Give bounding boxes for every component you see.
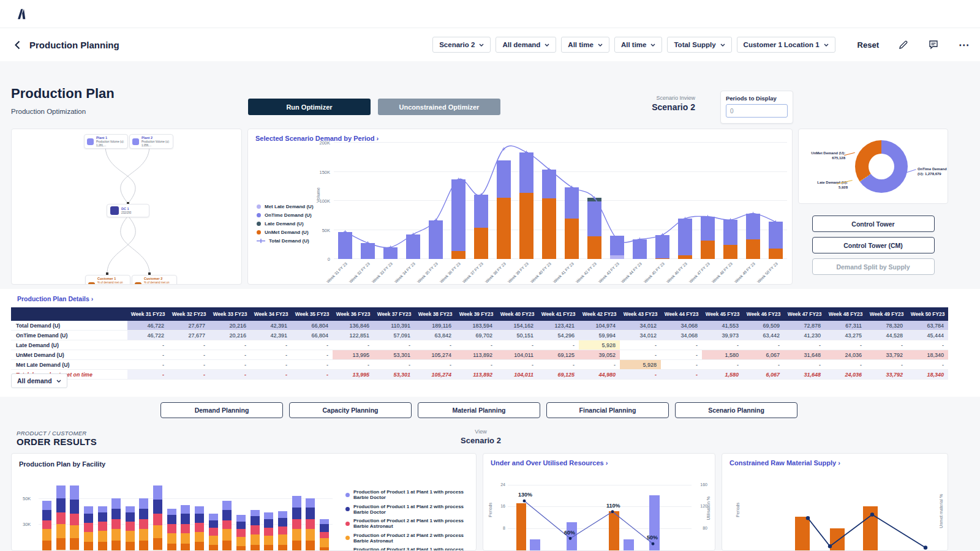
filter-chip-total-supply[interactable]: Total Supply: [667, 37, 731, 53]
table-cell: 63,784: [907, 321, 948, 331]
periods-to-display-input[interactable]: [726, 104, 788, 118]
right-axis-label: Utilisation %: [706, 497, 710, 520]
y-tick-right: 80: [703, 526, 707, 530]
legend-item: UnMet Demand (U): [257, 230, 314, 235]
network-node-plant-2[interactable]: Plant 2 Production Volume (u): 1,056,...: [129, 134, 173, 149]
demand-planning-button[interactable]: Demand Planning: [160, 402, 283, 418]
table-cell: 43,275: [825, 331, 866, 340]
capacity-planning-button[interactable]: Capacity Planning: [289, 402, 412, 418]
chevron-down-icon: [824, 43, 829, 47]
total-demand-line: [334, 143, 787, 259]
scenario-inview-label: Scenario Inview: [612, 95, 695, 101]
filter-chip-customer-1-location-1[interactable]: Customer 1 Location 1: [737, 37, 835, 53]
network-node-customer-2[interactable]: Customer 2 % of demand met on time: 96% …: [132, 275, 177, 285]
table-cell: 59,994: [579, 331, 620, 340]
table-cell: -: [292, 340, 333, 350]
table-cell: -: [374, 360, 415, 370]
more-options-icon[interactable]: ⋯: [959, 40, 969, 50]
facility-chart-title: Production Plan by Facility: [19, 460, 105, 468]
table-cell: 13,995: [333, 350, 374, 360]
table-cell: -: [538, 340, 579, 350]
table-demand-filter[interactable]: All demand: [11, 373, 67, 388]
table-cell: -: [743, 360, 784, 370]
raw-material-link[interactable]: Constrained Raw Material Supply ›: [729, 459, 840, 467]
facility-chart-plot: [39, 478, 333, 550]
bar-segment: [42, 510, 51, 520]
row-label: OnTime Demand (U): [11, 331, 127, 340]
bar-segment: [278, 545, 287, 550]
filter-chip-all-time[interactable]: All time: [614, 37, 663, 53]
leader-line: [844, 152, 855, 156]
filter-chip-scenario-2[interactable]: Scenario 2: [432, 37, 491, 53]
demand-by-period-link[interactable]: Selected Scenario Demand by Period ›: [255, 135, 379, 142]
bar-segment: [195, 506, 204, 514]
table-cell: 113,892: [456, 370, 497, 380]
filter-chip-all-time[interactable]: All time: [561, 37, 609, 53]
donut-label-unmet: UnMet Demand (U): 675,128: [805, 151, 845, 161]
row-label: Total Demand (U): [11, 321, 127, 331]
table-cell: -: [415, 360, 456, 370]
network-node-plant-1[interactable]: Plant 1 Production Volume (u): 1,281,...: [84, 134, 128, 149]
bar-segment: [111, 541, 121, 550]
filter-chip-all-demand[interactable]: All demand: [496, 37, 556, 53]
table-cell: -: [702, 340, 743, 350]
bar-segment: [278, 511, 287, 518]
table-cell: -: [292, 370, 333, 380]
financial-planning-button[interactable]: Financial Planning: [546, 402, 669, 418]
unmet-material-line: [756, 479, 940, 551]
page-title: Production Planning: [29, 40, 119, 50]
scenario-planning-button[interactable]: Scenario Planning: [675, 402, 797, 418]
network-node-dc[interactable]: DC 1 232/293: [107, 204, 149, 217]
network-node-customer-1[interactable]: Customer 1 % of demand met on time: 98% …: [85, 275, 130, 285]
table-cell: 57,091: [374, 331, 415, 340]
bar-segment: [111, 498, 121, 509]
chart-bar: [292, 496, 301, 550]
bar-segment: [70, 514, 79, 525]
back-button[interactable]: [11, 39, 23, 51]
control-tower-button[interactable]: Control Tower: [812, 216, 935, 232]
right-column: UnMet Demand (U): 675,128 Late Demand (U…: [798, 129, 948, 285]
utilisation-line: [508, 479, 692, 551]
periods-to-display-card: Periods to Display: [720, 91, 793, 124]
table-cell: -: [784, 340, 825, 350]
table-cell: 41,553: [702, 321, 743, 331]
table-row: OnTime Demand (U)46,72227,67720,21642,39…: [11, 331, 948, 340]
run-optimizer-button[interactable]: Run Optimizer: [248, 99, 371, 115]
bar-segment: [236, 529, 246, 537]
table-cell: 33,792: [866, 350, 907, 360]
production-plan-details-link[interactable]: Production Plan Details ›: [17, 295, 93, 302]
header-cell: Week 39 FY23: [456, 307, 497, 321]
chevron-down-icon: [650, 43, 655, 47]
chart-bar: [236, 515, 246, 550]
comment-icon[interactable]: [929, 40, 939, 50]
bar-segment: [292, 508, 301, 519]
bar-segment: [251, 510, 260, 517]
table-cell: 104,011: [497, 370, 538, 380]
table-cell: -: [579, 360, 620, 370]
edit-icon[interactable]: [899, 40, 909, 50]
table-row: Total demand not met on time-----13,9955…: [11, 370, 948, 380]
table-cell: 42,391: [251, 331, 292, 340]
legend-dot: [257, 204, 261, 209]
table-header: Week 31 FY23Week 32 FY23Week 33 FY23Week…: [11, 307, 948, 321]
bar-segment: [320, 538, 329, 547]
bar-segment: [195, 532, 204, 542]
chart-bar: [264, 512, 273, 550]
unconstrained-optimizer-button[interactable]: Unconstrained Optimizer: [378, 99, 500, 115]
material-planning-button[interactable]: Material Planning: [418, 402, 540, 418]
bar-segment: [195, 514, 204, 523]
bar-segment: [56, 512, 66, 524]
bar-segment: [264, 545, 273, 550]
header-cell: Week 48 FY23: [825, 307, 866, 321]
bar-segment: [222, 520, 232, 530]
table-cell: 20,216: [209, 321, 251, 331]
chart-bar: [126, 506, 135, 550]
header-cell: Week 44 FY23: [661, 307, 702, 321]
table-cell: 34,068: [661, 331, 702, 340]
control-tower-cm--button[interactable]: Control Tower (CM): [812, 237, 935, 253]
chart-bar: [42, 501, 51, 550]
legend-item: OnTime Demand (U): [257, 212, 314, 218]
reset-button[interactable]: Reset: [858, 40, 879, 50]
bar-segment: [56, 550, 66, 550]
utilised-resources-link[interactable]: Under and Over Utilised Resources ›: [491, 459, 608, 467]
